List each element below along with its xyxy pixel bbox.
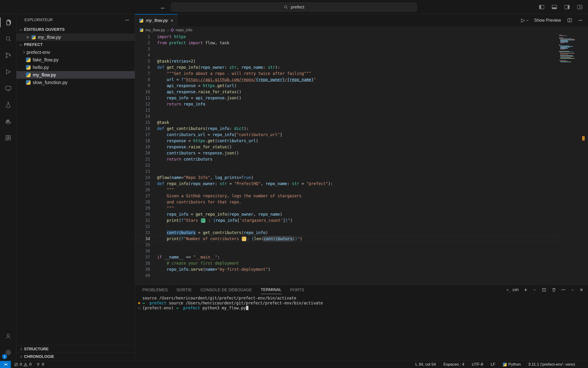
toggle-secondary-sidebar-icon[interactable] <box>564 4 570 10</box>
remote-indicator[interactable]: >< <box>0 361 11 368</box>
code-line-15[interactable]: @task <box>157 119 550 126</box>
section-project[interactable]: PREFECT <box>17 41 135 48</box>
split-terminal-icon[interactable] <box>542 287 546 292</box>
file-item-hello.py[interactable]: hello.py <box>17 64 135 71</box>
code-line-34[interactable]: print(f"Number of contributors : {len(co… <box>157 236 550 242</box>
maximize-panel-icon[interactable] <box>570 289 574 291</box>
sidebar-item-testing[interactable] <box>0 97 17 113</box>
panel-tab-probl-mes[interactable]: PROBLÈMES <box>142 285 168 294</box>
code-line-36[interactable] <box>157 248 550 254</box>
sidebar-item-explorer[interactable] <box>0 14 17 31</box>
code-line-27[interactable]: Given a GitHub repository, logs the numb… <box>157 193 550 199</box>
more-actions-icon[interactable]: ··· <box>125 18 129 23</box>
code-line-13[interactable] <box>157 107 550 113</box>
code-line-37[interactable]: if __name__ == "__main__": <box>157 254 550 260</box>
code-line-32[interactable] <box>157 223 550 230</box>
code-line-33[interactable]: contributors = get_contributors(repo_inf… <box>157 230 550 236</box>
code-line-29[interactable]: """ <box>157 205 550 211</box>
terminal-output[interactable]: source /Users/henricourdent/git/prefect/… <box>142 296 583 311</box>
code-line-31[interactable]: print(f"Stars : {repo_info['stargazers_c… <box>157 217 550 223</box>
settings-button[interactable]: 1 <box>0 344 17 361</box>
tab-my-flow-py[interactable]: my_flow.py × <box>135 14 177 26</box>
show-preview-button[interactable]: Show Preview <box>534 18 561 23</box>
cursor-position[interactable]: L 34, col 54 <box>415 362 436 367</box>
file-item-my_flow.py[interactable]: my_flow.py <box>17 71 135 79</box>
close-icon[interactable]: × <box>171 18 173 23</box>
language-mode[interactable]: Python <box>503 362 521 367</box>
code-line-14[interactable] <box>157 113 550 119</box>
sidebar-item-docker[interactable] <box>0 113 17 129</box>
sidebar-item-search[interactable] <box>0 31 17 47</box>
toggle-sidebar-icon[interactable] <box>539 4 545 10</box>
code-line-10[interactable]: api_response.raise_for_status() <box>157 89 550 95</box>
terminal-dropdown-icon[interactable] <box>533 289 536 291</box>
toggle-panel-icon[interactable] <box>551 4 557 10</box>
terminal-shell-selector[interactable]: >_ zsh <box>507 287 519 292</box>
code-line-24[interactable]: @flow(name="Repo Info", log_prints=True) <box>157 175 550 181</box>
code-line-28[interactable]: and contributors for that repo. <box>157 199 550 205</box>
code-line-40[interactable] <box>157 272 550 278</box>
code-line-26[interactable]: """ <box>157 187 550 193</box>
back-button[interactable]: ← <box>160 4 166 11</box>
sidebar-item-remote-explorer[interactable] <box>0 80 17 97</box>
code-line-11[interactable]: repo_info = api_response.json() <box>157 95 550 101</box>
command-decoration-outline-icon[interactable] <box>138 307 140 309</box>
sidebar-item-source-control[interactable] <box>0 47 17 64</box>
more-actions-icon[interactable]: ··· <box>578 18 582 23</box>
encoding[interactable]: UTF-8 <box>472 362 483 367</box>
section-outline[interactable]: STRUCTURE <box>17 345 135 353</box>
ports-status[interactable]: 0 <box>36 362 44 367</box>
split-editor-icon[interactable] <box>567 18 572 23</box>
run-python-file-button[interactable]: ▷ <box>521 18 528 23</box>
code-line-1[interactable]: import httpx <box>157 34 550 40</box>
panel-tab-terminal[interactable]: TERMINAL <box>261 285 281 294</box>
code-line-22[interactable] <box>157 162 550 168</box>
account-button[interactable] <box>0 328 17 344</box>
code-line-25[interactable]: def repo_info(repo_owner: str = "Prefect… <box>157 181 550 187</box>
code-line-23[interactable] <box>157 168 550 175</box>
problems-status[interactable]: 0 0 <box>14 362 32 367</box>
code-line-30[interactable]: repo_info = get_repo_info(repo_owner, re… <box>157 211 550 217</box>
chevron-down-icon[interactable] <box>526 19 528 21</box>
code-line-12[interactable]: return repo_info <box>157 101 550 107</box>
minimap[interactable] <box>559 35 576 63</box>
sidebar-item-extensions[interactable] <box>0 129 17 146</box>
code-line-39[interactable]: repo_info.serve(name="my-first-deploymen… <box>157 266 550 272</box>
code-line-19[interactable]: response.raise_for_status() <box>157 144 550 150</box>
new-terminal-icon[interactable]: + <box>524 287 527 293</box>
python-interpreter[interactable]: 3.11.1 ('prefect-env': venv) <box>528 362 575 367</box>
sidebar-item-run-debug[interactable] <box>0 64 17 80</box>
code-editor[interactable]: 1234567891011121314151617181920212223242… <box>135 34 588 285</box>
breadcrumb-symbol[interactable]: repo_info <box>176 28 192 32</box>
close-panel-icon[interactable]: × <box>579 287 583 293</box>
code-line-18[interactable]: response = httpx.get(contributors_url) <box>157 138 550 144</box>
code-line-5[interactable]: @task(retries=2) <box>157 58 550 64</box>
command-center-search[interactable]: prefect <box>171 3 417 11</box>
command-decoration-filled-icon[interactable] <box>138 302 140 304</box>
kill-terminal-icon[interactable] <box>552 287 556 292</box>
code-line-2[interactable]: from prefect import flow, task <box>157 40 550 46</box>
close-icon[interactable]: × <box>26 35 29 40</box>
panel-tab-ports[interactable]: PORTS <box>290 285 304 294</box>
eol-sequence[interactable]: LF <box>491 362 495 367</box>
code-line-3[interactable] <box>157 46 550 52</box>
code-line-9[interactable]: api_response = httpx.get(url) <box>157 83 550 89</box>
panel-tab-sortie[interactable]: SORTIE <box>177 285 192 294</box>
code-line-7[interactable]: """Get info about a repo - will retry tw… <box>157 70 550 76</box>
customize-layout-icon[interactable] <box>577 4 583 10</box>
open-editor-item[interactable]: × my_flow.py <box>17 33 135 41</box>
indentation[interactable]: Espaces : 4 <box>443 362 464 367</box>
code-line-16[interactable]: def get_contributors(repo_info: dict): <box>157 126 550 132</box>
code-line-17[interactable]: contributors_url = repo_info["contributo… <box>157 132 550 138</box>
code-line-38[interactable]: # create your first deployment <box>157 260 550 266</box>
code-line-35[interactable] <box>157 242 550 248</box>
code-line-21[interactable]: return contributors <box>157 156 550 162</box>
file-item-prefect-env[interactable]: prefect-env <box>17 48 135 56</box>
code-line-6[interactable]: def get_repo_info(repo_owner: str, repo_… <box>157 64 550 70</box>
file-item-fake_flow.py[interactable]: fake_flow.py <box>17 56 135 64</box>
code-line-8[interactable]: url = f"https://api.github.com/repos/{re… <box>157 76 550 83</box>
breadcrumb-file[interactable]: my_flow.py <box>145 28 165 32</box>
code-line-20[interactable]: contributors = response.json() <box>157 150 550 156</box>
code-line-4[interactable] <box>157 52 550 58</box>
section-open-editors[interactable]: ÉDITEURS OUVERTS <box>17 26 135 33</box>
